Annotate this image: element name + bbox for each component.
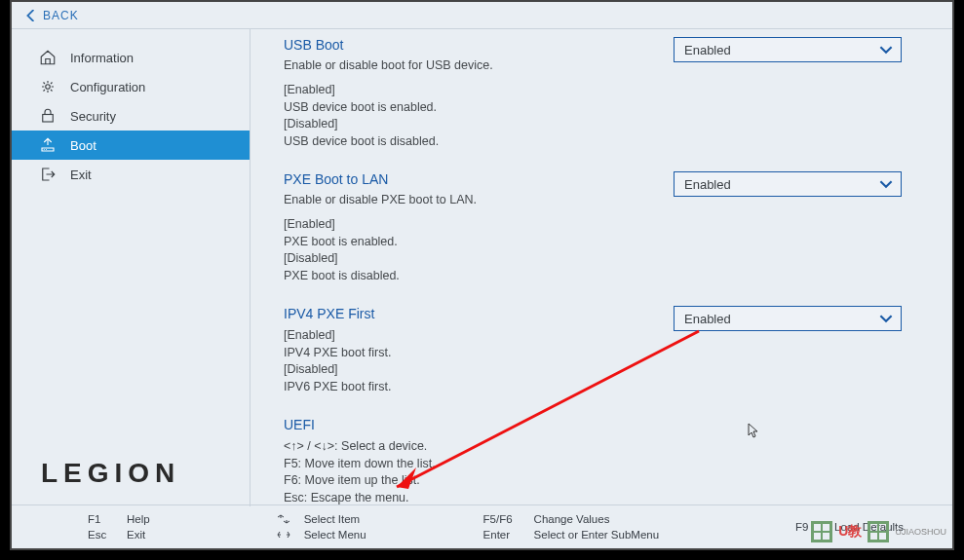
ipv4-pxe-select[interactable]: Enabled <box>674 306 902 331</box>
hint-label: Load Defaults <box>834 521 904 533</box>
uefi-help: <↑> / <↓>: Select a device. <box>284 438 935 456</box>
nav-label: Boot <box>70 138 96 153</box>
option-desc: IPV6 PXE boot first. <box>284 379 935 396</box>
hint-key: Esc <box>88 529 113 541</box>
hint-key: F1 <box>88 513 113 525</box>
back-label: BACK <box>43 9 79 22</box>
back-button[interactable]: BACK <box>25 9 79 22</box>
option-label: [Enabled] <box>284 216 935 234</box>
hint-label: Select or Enter SubMenu <box>534 529 660 541</box>
sidebar-item-boot[interactable]: Boot <box>12 131 250 160</box>
sidebar: Information Configuration Security Boot … <box>12 29 251 506</box>
top-bar: BACK <box>12 2 952 29</box>
section-usb-boot: USB Boot Enable or disable boot for USB … <box>284 37 935 150</box>
hint-label: Help <box>127 513 150 525</box>
option-desc: PXE boot is enabled. <box>284 234 935 251</box>
section-uefi: UEFI <↑> / <↓>: Select a device. F5: Mov… <box>284 417 935 506</box>
uefi-help: F5: Move item down the list. <box>284 456 935 473</box>
hint-key: F9 <box>795 521 821 533</box>
hint-label: Select Menu <box>304 529 366 541</box>
section-ipv4-pxe: IPV4 PXE First [Enabled] IPV4 PXE boot f… <box>284 306 935 395</box>
chevron-left-icon <box>25 10 37 21</box>
home-icon <box>39 49 57 66</box>
svg-point-3 <box>46 149 47 150</box>
nav-label: Information <box>70 51 134 65</box>
sidebar-item-configuration[interactable]: Configuration <box>12 72 250 101</box>
lock-icon <box>39 107 57 125</box>
svg-point-0 <box>46 85 51 90</box>
hint-key: Enter <box>483 529 521 541</box>
select-value: Enabled <box>684 312 731 326</box>
option-desc: IPV4 PXE boot first. <box>284 345 935 362</box>
svg-rect-1 <box>43 115 54 123</box>
pxe-boot-select[interactable]: Enabled <box>674 171 902 197</box>
up-down-arrows-icon <box>277 514 290 524</box>
option-label: [Enabled] <box>284 82 935 99</box>
chevron-down-icon <box>879 43 893 56</box>
hint-label: Select Item <box>304 513 361 525</box>
sidebar-item-information[interactable]: Information <box>12 43 250 72</box>
nav-label: Exit <box>70 168 92 182</box>
svg-point-2 <box>44 149 45 150</box>
usb-boot-select[interactable]: Enabled <box>674 37 902 62</box>
option-label: [Disabled] <box>284 116 935 133</box>
hint-label: Change Values <box>534 513 610 525</box>
uefi-help: F6: Move item up the list. <box>284 472 935 490</box>
select-value: Enabled <box>684 43 731 57</box>
nav-list: Information Configuration Security Boot … <box>12 29 250 458</box>
hint-key: F5/F6 <box>483 513 521 525</box>
sidebar-item-security[interactable]: Security <box>12 101 250 131</box>
nav-label: Configuration <box>70 80 145 94</box>
config-icon <box>39 78 57 95</box>
option-desc: PXE boot is disabled. <box>284 268 935 285</box>
section-pxe-boot: PXE Boot to LAN Enable or disable PXE bo… <box>284 171 935 284</box>
section-title: UEFI <box>284 417 935 432</box>
option-label: [Disabled] <box>284 361 935 379</box>
hint-label: Exit <box>127 529 145 541</box>
sidebar-item-exit[interactable]: Exit <box>12 160 250 189</box>
select-value: Enabled <box>684 177 731 192</box>
option-desc: USB device boot is enabled. <box>284 99 935 117</box>
exit-icon <box>39 166 57 183</box>
option-desc: USB device boot is disabled. <box>284 133 935 151</box>
brand-logo: LEGION <box>12 458 250 506</box>
chevron-down-icon <box>879 177 893 191</box>
nav-label: Security <box>70 109 116 124</box>
footer-hints: F1Help EscExit Select Item Select Menu F… <box>12 504 952 548</box>
main-content: USB Boot Enable or disable boot for USB … <box>251 29 952 506</box>
left-right-arrows-icon <box>277 530 290 540</box>
option-label: [Disabled] <box>284 250 935 268</box>
chevron-down-icon <box>879 312 893 325</box>
boot-icon <box>39 136 57 154</box>
